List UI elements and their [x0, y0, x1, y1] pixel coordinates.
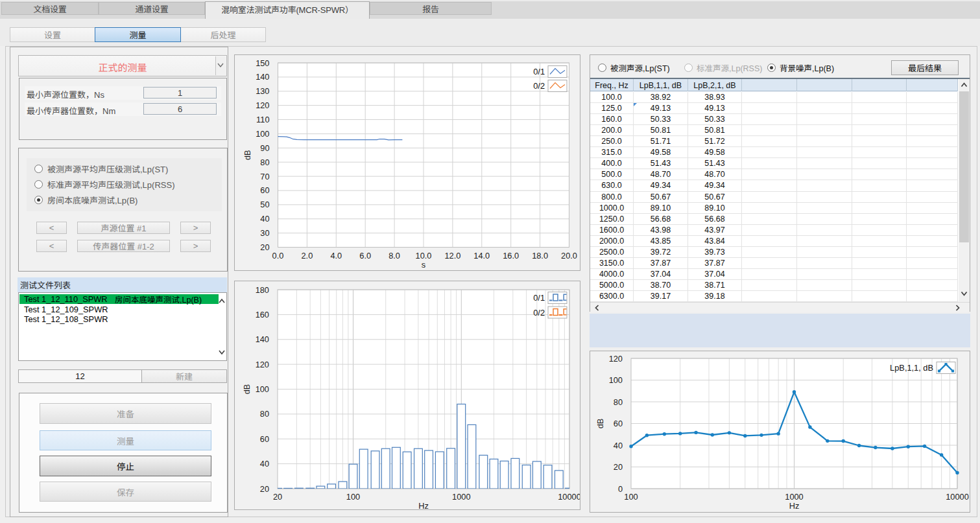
table-row[interactable]: 160.050.3350.33	[590, 114, 958, 125]
param-input[interactable]: 6	[143, 103, 217, 115]
column-header[interactable]	[852, 79, 907, 91]
table-row[interactable]: 250.051.7151.72	[590, 136, 958, 147]
table-row[interactable]: 200.050.8150.81	[590, 125, 958, 136]
svg-text:20: 20	[614, 462, 623, 472]
table-row[interactable]: 5000.038.7038.71	[590, 280, 958, 291]
subtab-3[interactable]: 后处理	[180, 27, 266, 42]
chevron-down-icon[interactable]	[215, 56, 226, 75]
table-scroll-down-icon[interactable]	[959, 288, 969, 300]
table-cell: 49.13	[634, 103, 688, 113]
table-scrollbar-thumb[interactable]	[959, 91, 969, 242]
table-cell: 400.0	[590, 158, 634, 169]
table-cell: 315.0	[590, 147, 634, 157]
command-stop-button[interactable]: 停止	[40, 456, 211, 476]
tab-1[interactable]: 文档设置	[1, 2, 99, 15]
table-cell: 50.67	[634, 192, 688, 202]
position-label-button[interactable]: 声源位置 #1	[77, 222, 170, 234]
table-row[interactable]: 400.051.4351.43	[590, 158, 958, 169]
position-prev-button[interactable]: <	[36, 222, 67, 234]
list-item[interactable]: Test 1_12_108_SPWR	[19, 314, 219, 324]
table-cell	[742, 236, 797, 246]
subtab-2[interactable]: 测量	[95, 27, 181, 42]
table-row[interactable]: 800.050.6750.67	[590, 192, 958, 203]
column-header[interactable]: Freq., Hz	[590, 79, 634, 91]
table-cell: 50.33	[634, 114, 688, 124]
test-count-button[interactable]: 12	[18, 369, 142, 383]
table-row[interactable]: 2000.043.8543.84	[590, 236, 958, 247]
table-row[interactable]: 1000.089.1089.10	[590, 203, 958, 214]
test-file-list[interactable]: Test 1_12_110_SPWR房间本底噪声测试,Lp(B)Test 1_1…	[18, 292, 227, 361]
table-row[interactable]: 500.048.7048.70	[590, 169, 958, 180]
table-row[interactable]: 630.049.3449.34	[590, 180, 958, 191]
list-item[interactable]: Test 1_12_110_SPWR房间本底噪声测试,Lp(B)	[19, 294, 219, 304]
table-scroll-up-icon[interactable]	[959, 80, 969, 92]
test-type-radio[interactable]: 被测声源平均声压级测试,Lp(ST)	[34, 164, 168, 173]
table-row[interactable]: 315.049.5849.58	[590, 147, 958, 158]
table-cell: 500.0	[590, 169, 634, 180]
table-cell	[907, 236, 958, 246]
table-row[interactable]: 125.049.1349.13	[590, 103, 958, 114]
table-cell: 48.70	[688, 169, 742, 180]
table-cell	[742, 192, 797, 202]
result-type-radio[interactable]: 被测声源,Lp(ST)	[598, 63, 670, 72]
table-row[interactable]: 2500.039.7239.73	[590, 247, 958, 258]
position-next-button[interactable]: >	[180, 240, 211, 252]
column-header[interactable]: LpB,2,1, dB	[688, 79, 742, 91]
table-scroll-right-icon[interactable]	[953, 303, 962, 314]
measurement-mode-select[interactable]: 正式的测量	[18, 55, 227, 76]
subtab-1[interactable]: 设置	[10, 27, 95, 42]
table-row[interactable]: 1250.056.6856.68	[590, 214, 958, 225]
table-row[interactable]: 100.038.9238.93	[590, 92, 958, 103]
table-row[interactable]: 3150.037.8737.87	[590, 258, 958, 269]
table-cell	[907, 291, 958, 301]
param-label: 最小传声器位置数，Nm	[27, 104, 115, 117]
test-type-radio[interactable]: 标准声源平均声压级测试,Lp(RSS)	[34, 180, 174, 189]
table-cell	[797, 225, 852, 235]
last-result-button[interactable]: 最后结果	[891, 60, 959, 75]
list-scroll-down-icon[interactable]	[217, 347, 226, 356]
tab-2[interactable]: 通道设置	[99, 2, 205, 15]
new-test-button[interactable]: 新建	[142, 369, 227, 383]
table-row[interactable]: 4000.037.0437.04	[590, 269, 958, 280]
result-type-radio[interactable]: 背景噪声,Lp(B)	[767, 63, 834, 72]
min-positions-groupbox: 最小声源位置数，Ns1最小传声器位置数，Nm6	[19, 78, 227, 140]
table-scroll-left-icon[interactable]	[593, 303, 602, 314]
radio-circle-icon[interactable]	[34, 180, 43, 189]
table-row[interactable]: 1600.043.9843.97	[590, 225, 958, 236]
position-next-button[interactable]: >	[180, 222, 211, 234]
param-input[interactable]: 1	[143, 87, 217, 99]
svg-text:0/1: 0/1	[533, 67, 545, 76]
test-type-radio[interactable]: 房间本底噪声测试,Lp(B)	[34, 195, 137, 204]
column-header[interactable]	[797, 79, 852, 91]
table-row[interactable]: 6300.039.1739.18	[590, 291, 958, 302]
radio-circle-icon[interactable]	[684, 64, 693, 72]
result-type-radio[interactable]: 标准声源,Lp(RSS)	[684, 63, 762, 72]
table-cell: 37.04	[634, 269, 688, 279]
tab-4[interactable]: 报告	[370, 2, 492, 15]
command-measure-button[interactable]: 测量	[40, 430, 211, 450]
table-horizontal-scrollbar[interactable]	[590, 302, 970, 312]
table-vertical-scrollbar[interactable]	[959, 79, 970, 301]
command-save-button[interactable]: 保存	[40, 482, 211, 502]
tab-3[interactable]: 混响室法测试声功率(MCR-SPWR）	[205, 1, 370, 19]
table-cell	[907, 247, 958, 257]
position-prev-button[interactable]: <	[36, 240, 67, 252]
radio-circle-icon[interactable]	[767, 64, 776, 72]
svg-text:20: 20	[260, 484, 269, 494]
list-scroll-up-icon[interactable]	[217, 297, 226, 306]
radio-circle-icon[interactable]	[34, 196, 43, 204]
svg-text:150: 150	[256, 58, 269, 68]
column-header[interactable]: LpB,1,1, dB	[634, 79, 688, 91]
table-cell: 51.72	[688, 136, 742, 146]
table-cell: 125.0	[590, 103, 634, 113]
position-label-button[interactable]: 传声器位置 #1-2	[77, 240, 170, 252]
column-header[interactable]	[742, 79, 797, 91]
list-item[interactable]: Test 1_12_109_SPWR	[19, 304, 219, 314]
radio-circle-icon[interactable]	[34, 165, 43, 173]
svg-text:0.0: 0.0	[272, 251, 284, 261]
radio-circle-icon[interactable]	[598, 64, 606, 72]
command-prepare-button[interactable]: 准备	[40, 403, 211, 424]
table-cell: 38.70	[634, 280, 688, 290]
column-header[interactable]	[907, 79, 958, 91]
test-type-radio-group: 被测声源平均声压级测试,Lp(ST)标准声源平均声压级测试,Lp(RSS)房间本…	[27, 158, 222, 211]
